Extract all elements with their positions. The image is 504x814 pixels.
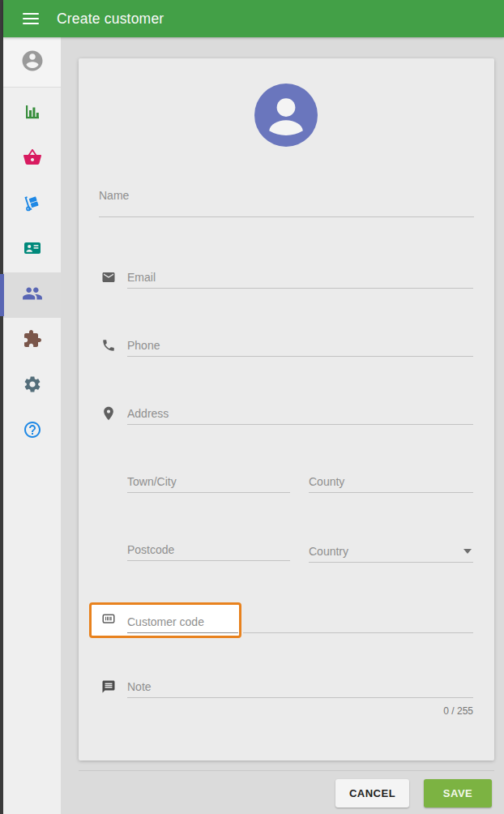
name-field	[99, 188, 474, 217]
email-icon	[101, 270, 116, 288]
sidebar	[3, 37, 61, 814]
email-field	[127, 266, 473, 289]
person-avatar-icon	[254, 84, 318, 147]
selected-indicator	[0, 274, 4, 316]
address-input[interactable]	[127, 402, 473, 424]
cancel-button[interactable]: CANCEL	[335, 779, 409, 808]
email-input[interactable]	[127, 266, 473, 288]
account-circle-icon	[20, 49, 45, 76]
location-pin-icon	[100, 405, 117, 425]
bar-chart-icon	[23, 102, 42, 125]
footer-divider	[79, 770, 494, 771]
sidebar-item-settings[interactable]	[3, 363, 61, 409]
town-city-field	[127, 470, 290, 493]
create-customer-screen: Create customer	[0, 0, 504, 814]
contact-card-icon	[23, 238, 42, 261]
customer-code-line-extension	[243, 632, 473, 633]
hand-truck-icon	[23, 193, 42, 216]
phone-input[interactable]	[127, 334, 473, 356]
phone-icon	[101, 338, 116, 356]
page-title: Create customer	[57, 11, 164, 28]
create-customer-card: 0 / 255	[79, 58, 494, 760]
country-input[interactable]	[309, 540, 473, 562]
sidebar-nav	[3, 88, 61, 454]
sidebar-item-extensions[interactable]	[3, 318, 61, 363]
note-comment-icon	[101, 679, 116, 697]
county-input[interactable]	[309, 470, 473, 492]
town-city-input[interactable]	[127, 470, 290, 492]
postcode-input[interactable]	[127, 538, 290, 560]
sidebar-item-deliveries[interactable]	[3, 182, 61, 227]
sidebar-item-contacts[interactable]	[3, 227, 61, 272]
name-input[interactable]	[99, 188, 474, 203]
sidebar-item-reports[interactable]	[3, 91, 61, 136]
country-select[interactable]	[309, 540, 473, 563]
county-field	[309, 470, 473, 493]
app-bar: Create customer	[3, 0, 504, 37]
phone-field	[127, 334, 473, 357]
people-icon	[22, 283, 43, 307]
barcode-icon	[101, 611, 116, 629]
sidebar-item-account[interactable]	[3, 37, 61, 88]
postcode-field	[127, 538, 290, 561]
puzzle-icon	[23, 329, 42, 352]
customer-code-field	[127, 610, 238, 633]
chevron-down-icon[interactable]	[463, 549, 472, 554]
basket-icon	[23, 148, 42, 170]
sidebar-item-help[interactable]	[3, 409, 61, 454]
hamburger-menu-icon[interactable]	[23, 13, 39, 24]
help-circle-icon	[23, 420, 42, 443]
note-field	[127, 675, 473, 698]
address-field	[127, 402, 473, 425]
note-input[interactable]	[127, 675, 473, 697]
gear-icon	[23, 375, 42, 397]
sidebar-item-customers[interactable]	[3, 272, 61, 318]
note-char-counter: 0 / 255	[443, 705, 473, 717]
sidebar-item-sales[interactable]	[3, 136, 61, 182]
save-button[interactable]: SAVE	[424, 779, 492, 808]
customer-code-input[interactable]	[127, 610, 238, 632]
